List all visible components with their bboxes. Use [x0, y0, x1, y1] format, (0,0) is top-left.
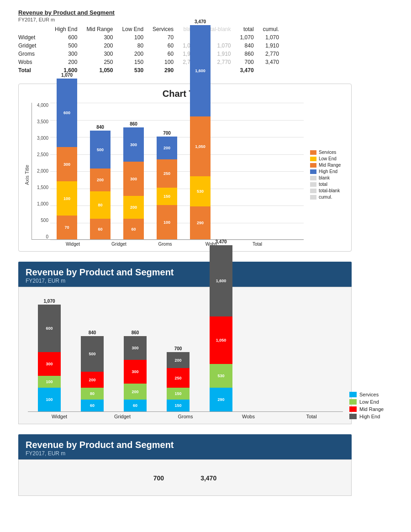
legend-item: Low End — [310, 156, 347, 161]
bar-top-value: 1,070 — [61, 73, 73, 78]
bar-x-label: Groms — [148, 242, 182, 247]
y-ticks: 4,0003,5003,0002,5002,0001,5001,0005000 — [32, 103, 50, 239]
bar-segment: 150 — [157, 188, 177, 205]
bar-segment: 60 — [124, 400, 147, 411]
bar-segment: 530 — [190, 176, 211, 206]
y-axis-label: Axis Title — [23, 103, 31, 247]
chart3-value: 700 — [153, 474, 164, 482]
bar-x-label: Gridget — [101, 414, 144, 419]
table-cell: 300 — [82, 50, 117, 58]
bar-segment: 200 — [90, 169, 111, 191]
bar-segment: 530 — [210, 364, 232, 388]
bar-segment: 1,050 — [190, 116, 211, 176]
legend-item: cumul. — [310, 195, 347, 200]
chart3-container: 7003,470 — [18, 459, 352, 496]
legend-label: High End — [359, 414, 380, 419]
table-row: Wobs2002501501002,7702,7707003,470 — [18, 58, 284, 66]
bar-x-label: Widget — [56, 242, 90, 247]
legend-color — [349, 414, 357, 419]
col-header-lowend: Low End — [117, 25, 148, 33]
legend-item: total-blank — [310, 188, 347, 193]
table-cell: 70 — [148, 33, 178, 42]
col-header-highend: High End — [50, 25, 82, 33]
stacked-bar: 6080200500 — [90, 131, 111, 239]
legend-item: High End — [349, 414, 390, 419]
bar-segment: 1,050 — [210, 316, 232, 364]
stacked-bar: 6080200500 — [81, 336, 104, 411]
bar-segment: 290 — [190, 206, 211, 239]
bar-group: 1,070100100300600 — [38, 299, 61, 411]
table-cell: 3,470 — [236, 66, 258, 74]
chart1-inner: 4,0003,5003,0002,5002,0001,5001,0005000 … — [32, 103, 304, 247]
legend-label: total-blank — [319, 188, 340, 193]
chart1-plot: 4,0003,5003,0002,5002,0001,5001,0005000 … — [32, 103, 304, 240]
chart3-subtitle: FY2017, EUR m — [26, 450, 344, 457]
table-cell: Widget — [18, 33, 50, 42]
bar-group: 86060200300300 — [124, 330, 147, 411]
bar-segment: 300 — [123, 127, 144, 162]
bar-top-value: 1,070 — [43, 299, 55, 304]
stacked-bar: 70100300600 — [57, 79, 77, 239]
table-cell — [258, 66, 284, 74]
legend-color — [310, 195, 316, 200]
bar-segment: 300 — [38, 352, 61, 376]
bar-group: 700100150250200 — [157, 131, 177, 239]
legend-item: blank — [310, 175, 347, 180]
table-cell: Gridget — [18, 42, 50, 50]
grid-line — [50, 120, 304, 121]
bar-segment: 1,600 — [190, 25, 211, 116]
legend-label: Mid Range — [319, 163, 341, 168]
table-cell: 840 — [236, 42, 258, 50]
bar-segment: 70 — [57, 216, 77, 239]
chart2-container: 1,07010010030060084060802005008606020030… — [18, 287, 352, 424]
bar-x-label: Gridget — [102, 242, 136, 247]
bar-x-label: Total — [290, 414, 333, 419]
bar-segment: 200 — [123, 196, 144, 219]
table-cell: 600 — [50, 33, 82, 42]
table-cell: 200 — [117, 50, 148, 58]
legend-label: total — [319, 182, 327, 187]
bar-segment: 300 — [124, 336, 147, 360]
y-tick: 3,000 — [37, 136, 48, 141]
stacked-bar: 100150250200 — [157, 137, 177, 239]
bar-segment: 300 — [123, 162, 144, 196]
legend-label: Low End — [359, 399, 379, 405]
legend-color — [310, 157, 316, 161]
bar-segment: 80 — [90, 191, 111, 219]
y-tick: 1,000 — [37, 201, 48, 206]
table-cell: 3,470 — [258, 58, 284, 66]
table-cell: 1,050 — [82, 66, 117, 74]
table-cell: 2,770 — [258, 50, 284, 58]
bar-segment: 290 — [210, 388, 232, 411]
bar-x-label: Wobs — [227, 414, 270, 419]
legend-color — [349, 392, 357, 397]
table-cell: 150 — [117, 58, 148, 66]
bar-top-value: 700 — [163, 131, 171, 136]
bar-x-label: Widget — [38, 414, 81, 419]
table-row: Widget600300100701,0701,070 — [18, 33, 284, 42]
chart2-inner: 1,07010010030060084060802005008606020030… — [23, 293, 343, 419]
y-tick: 0 — [46, 234, 48, 239]
table-cell: 60 — [148, 50, 178, 58]
bar-segment: 600 — [57, 79, 77, 147]
chart2-xlabels: WidgetGridgetGromsWobsTotal — [23, 412, 343, 419]
bar-group: 86060200300300 — [123, 121, 144, 239]
y-tick: 2,500 — [37, 152, 48, 157]
table-row: Groms300300200601,9101,9108602,770 — [18, 50, 284, 58]
bar-segment: 80 — [81, 388, 104, 400]
bar-segment: 100 — [157, 205, 177, 239]
stacked-bar: 60200300300 — [124, 336, 147, 411]
legend-color — [310, 176, 316, 180]
bar-segment: 500 — [81, 336, 104, 372]
bar-top-value: 860 — [132, 330, 139, 335]
table-cell: 80 — [117, 42, 148, 50]
y-tick: 4,000 — [37, 103, 48, 108]
chart1-area: Axis Title 4,0003,5003,0002,5002,0001,50… — [23, 103, 347, 247]
legend-item: High End — [310, 169, 347, 174]
col-header-midrange: Mid Range — [82, 25, 117, 33]
bar-segment: 300 — [57, 147, 77, 181]
table-cell: 100 — [117, 33, 148, 42]
table-cell: Total — [18, 66, 50, 74]
legend-color — [310, 189, 316, 193]
table-row: Gridget50020080601,0701,0708401,910 — [18, 42, 284, 50]
